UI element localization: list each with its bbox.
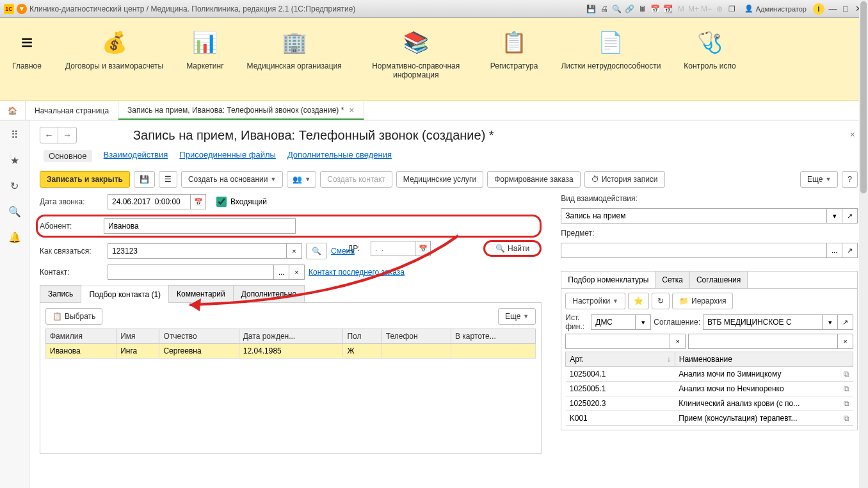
more-button[interactable]: Еще ▼ bbox=[800, 171, 838, 188]
dr-input[interactable] bbox=[371, 241, 415, 256]
subtab-comment[interactable]: Комментарий bbox=[168, 285, 234, 302]
subject-open-icon[interactable]: ↗ bbox=[842, 243, 858, 258]
tab-current[interactable]: Запись на прием, Иванова: Телефонный зво… bbox=[118, 101, 364, 120]
contact-select-icon[interactable]: ... bbox=[274, 264, 289, 280]
hierarchy-button[interactable]: 📁 Иерархия bbox=[672, 293, 733, 309]
interaction-type-open-icon[interactable]: ↗ bbox=[842, 208, 858, 224]
save-button[interactable]: 💾 bbox=[134, 171, 155, 188]
create-based-button[interactable]: Создать на основании ▼ bbox=[181, 171, 283, 188]
subnav-files[interactable]: Присоединенные файлы bbox=[179, 150, 276, 162]
order-form-button[interactable]: Формирование заказа bbox=[487, 171, 580, 188]
table-row[interactable]: Иванова Инга Сергеевна 12.04.1985 Ж bbox=[46, 344, 536, 359]
col-phone[interactable]: Телефон bbox=[382, 329, 451, 344]
create-contact-button[interactable]: Создать контакт bbox=[320, 171, 392, 188]
subject-select-icon[interactable]: ... bbox=[827, 243, 842, 258]
copy-icon[interactable]: ⧉ bbox=[844, 384, 849, 393]
interaction-type-input[interactable] bbox=[561, 208, 827, 224]
help-button[interactable]: ? bbox=[842, 171, 858, 188]
right-tab-grid[interactable]: Сетка bbox=[655, 272, 690, 288]
subtab-record[interactable]: Запись bbox=[40, 285, 81, 302]
subnav-main[interactable]: Основное bbox=[44, 150, 92, 162]
fin-source-input[interactable] bbox=[591, 314, 636, 330]
filter-name-input[interactable] bbox=[688, 334, 838, 349]
nom-row[interactable]: 1025020.3Клинический анализ крови (с по.… bbox=[566, 396, 853, 411]
tab-close-icon[interactable]: × bbox=[349, 105, 354, 115]
m-minus-icon[interactable]: M− bbox=[701, 3, 712, 15]
refresh-button[interactable]: ↻ bbox=[652, 293, 670, 309]
section-normative[interactable]: 📚Нормативно-справочная информация bbox=[353, 22, 479, 85]
filter-name-clear-icon[interactable]: × bbox=[838, 334, 853, 349]
nom-row[interactable]: 1025005.1Анализ мочи по Нечипоренко⧉ bbox=[566, 382, 853, 396]
print-icon[interactable]: 🖨 bbox=[599, 3, 610, 15]
history-icon[interactable]: ↻ bbox=[7, 178, 22, 193]
nav-forward-button[interactable]: → bbox=[58, 127, 76, 143]
preview-icon[interactable]: 🔍 bbox=[611, 3, 623, 15]
nom-row[interactable]: 1025004.1Анализ мочи по Зимницкому⧉ bbox=[566, 367, 853, 382]
nom-row[interactable]: K001Прием (консультация) терапевт...⧉ bbox=[566, 411, 853, 426]
subject-input[interactable] bbox=[561, 243, 827, 258]
nav-back-button[interactable]: ← bbox=[40, 127, 58, 143]
date-input[interactable] bbox=[108, 194, 191, 209]
scrollbar[interactable] bbox=[859, 0, 868, 488]
interaction-type-dropdown-icon[interactable]: ▾ bbox=[827, 208, 842, 224]
bell-icon[interactable]: 🔔 bbox=[7, 229, 22, 245]
maximize-button[interactable]: □ bbox=[840, 3, 851, 15]
subnav-additional[interactable]: Дополнительные сведения bbox=[287, 150, 392, 162]
agreement-dropdown-icon[interactable]: ▾ bbox=[823, 314, 838, 330]
abonent-input[interactable] bbox=[104, 218, 296, 234]
subtab-additional[interactable]: Дополнительно bbox=[233, 285, 305, 302]
contact-how-input[interactable] bbox=[108, 243, 287, 259]
favorite-button[interactable]: ⭐ bbox=[628, 293, 649, 309]
calendar-icon[interactable]: 📅 bbox=[650, 3, 661, 15]
col-patronymic[interactable]: Отчество bbox=[159, 329, 239, 344]
tab-start-page[interactable]: Начальная страница bbox=[26, 101, 118, 120]
agreement-open-icon[interactable]: ↗ bbox=[838, 314, 853, 330]
minimize-button[interactable]: — bbox=[827, 3, 839, 15]
contact-search-button[interactable]: 🔍 bbox=[306, 243, 327, 259]
right-tab-nomenclature[interactable]: Подбор номенклатуры bbox=[561, 272, 655, 288]
incoming-checkbox[interactable] bbox=[216, 197, 227, 207]
apps-icon[interactable]: ⠿ bbox=[7, 127, 22, 142]
copy-icon[interactable]: ⧉ bbox=[844, 414, 849, 423]
col-name[interactable]: Имя bbox=[117, 329, 159, 344]
history-button[interactable]: ⏱ История записи bbox=[584, 171, 665, 188]
date-picker-icon[interactable]: 📅 bbox=[191, 194, 206, 209]
agreement-input[interactable] bbox=[703, 314, 823, 330]
page-close-icon[interactable]: × bbox=[850, 129, 855, 140]
find-button[interactable]: 🔍 Найти bbox=[483, 240, 542, 257]
col-card[interactable]: В картоте... bbox=[451, 329, 535, 344]
users-button[interactable]: 👥 ▼ bbox=[287, 171, 316, 188]
last-order-contact-link[interactable]: Контакт последнего заказа bbox=[309, 268, 405, 277]
link-icon[interactable]: 🔗 bbox=[624, 3, 636, 15]
star-icon[interactable]: ★ bbox=[7, 152, 22, 168]
contact-clear-icon[interactable]: × bbox=[289, 264, 305, 280]
subtab-contact-pick[interactable]: Подбор контакта (1) bbox=[81, 286, 169, 303]
section-contracts[interactable]: 💰Договоры и взаиморасчеты bbox=[54, 22, 175, 76]
filter-art-input[interactable] bbox=[565, 334, 670, 349]
smena-link[interactable]: Смена bbox=[331, 247, 355, 256]
save-icon[interactable]: 💾 bbox=[586, 3, 597, 15]
nom-col-name[interactable]: Наименование bbox=[675, 352, 853, 367]
select-button[interactable]: 📋 Выбрать bbox=[45, 308, 102, 325]
settings-button[interactable]: Настройки ▼ bbox=[565, 293, 625, 309]
section-marketing[interactable]: 📊Маркетинг bbox=[175, 22, 235, 76]
copy-icon[interactable]: ⧉ bbox=[844, 370, 849, 378]
contact-how-clear-icon[interactable]: × bbox=[287, 243, 302, 259]
m-icon[interactable]: M bbox=[675, 3, 687, 15]
col-sex[interactable]: Пол bbox=[343, 329, 382, 344]
section-sick-leave[interactable]: 📄Листки нетрудоспособности bbox=[549, 22, 672, 76]
info-icon[interactable]: i bbox=[813, 3, 824, 15]
favorite-icon[interactable]: ▼ bbox=[17, 4, 27, 14]
nom-col-art[interactable]: Арт. ↓ bbox=[566, 352, 675, 367]
copy-icon[interactable]: ⧉ bbox=[844, 399, 849, 408]
dr-picker-icon[interactable]: 📅 bbox=[415, 241, 431, 256]
subnav-interactions[interactable]: Взаимодействия bbox=[104, 150, 168, 162]
calc-icon[interactable]: 🖩 bbox=[637, 3, 648, 15]
med-services-button[interactable]: Медицинские услуги bbox=[396, 171, 483, 188]
search-icon[interactable]: 🔍 bbox=[7, 204, 22, 219]
user-display[interactable]: 👤 Администратор bbox=[744, 4, 807, 13]
filter-art-clear-icon[interactable]: × bbox=[670, 334, 686, 349]
contact-input[interactable] bbox=[108, 264, 274, 280]
section-control[interactable]: 🩺Контроль испо bbox=[672, 22, 747, 76]
panel-more-button[interactable]: Еще ▼ bbox=[498, 308, 536, 325]
